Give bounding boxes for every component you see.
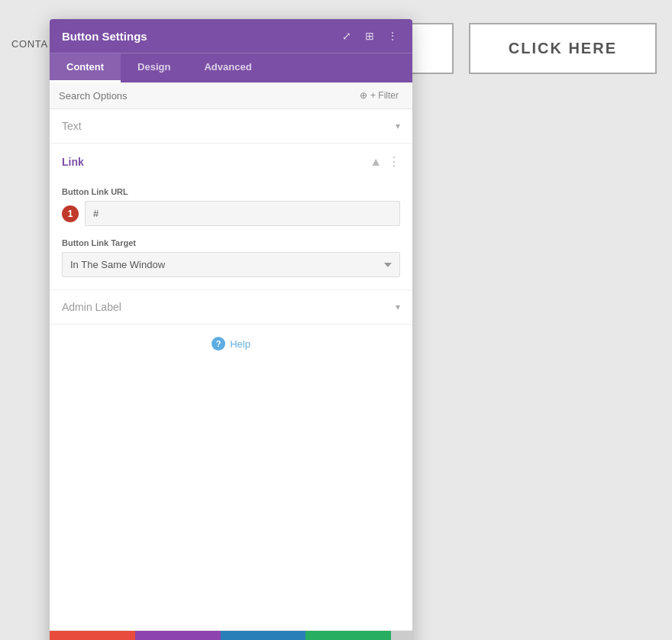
search-input[interactable] [59,90,349,102]
text-section-header[interactable]: Text ▾ [50,109,412,143]
button-settings-modal: Button Settings ⤢ ⊞ ⋮ Content Design Adv… [50,19,412,640]
text-section-title: Text [62,120,82,132]
filter-label: + Filter [370,90,399,101]
tab-advanced[interactable]: Advanced [187,53,268,82]
bg-button-2[interactable]: CLICK HERE [469,23,657,74]
admin-label-section-header[interactable]: Admin Label ▾ [50,290,412,324]
modal-header-icons: ⤢ ⊞ ⋮ [339,28,400,44]
url-field-label: Button Link URL [62,187,400,196]
tab-design[interactable]: Design [121,53,187,82]
more-icon[interactable]: ⋮ [385,28,400,44]
link-section-controls: ▲ ⋮ [370,154,400,169]
columns-icon[interactable]: ⊞ [362,28,377,44]
text-section-toggle-icon: ▾ [396,121,400,131]
admin-label-section-title: Admin Label [62,301,121,313]
admin-label-section: Admin Label ▾ [50,290,412,325]
cancel-button[interactable]: ✕ [50,631,135,640]
text-section: Text ▾ [50,109,412,144]
help-label[interactable]: Help [230,338,250,350]
undo-button[interactable]: ↺ [135,631,221,640]
link-section-title: Link [62,156,84,168]
modal-title: Button Settings [62,30,147,43]
url-input[interactable] [85,201,400,226]
tab-content[interactable]: Content [50,53,121,82]
search-bar: ⊕ + Filter [50,82,412,109]
link-section-header[interactable]: Link ▲ ⋮ [50,144,412,179]
help-icon: ? [212,337,225,351]
badge-number: 1 [62,205,79,222]
url-field-row: 1 [62,201,400,226]
link-section-more-icon[interactable]: ⋮ [388,154,400,169]
link-section-content: Button Link URL 1 Button Link Target In … [50,179,412,289]
link-section: Link ▲ ⋮ Button Link URL 1 Button Link T… [50,144,412,290]
modal-body: Text ▾ Link ▲ ⋮ Button Link URL 1 [50,109,412,363]
link-section-collapse-icon: ▲ [370,155,382,169]
modal-header: Button Settings ⤢ ⊞ ⋮ [50,19,412,53]
target-field-label: Button Link Target [62,238,400,247]
redo-button[interactable]: ↻ [221,631,306,640]
filter-button[interactable]: ⊕ + Filter [355,89,403,102]
target-select[interactable]: In The Same Window In A New Tab [62,252,400,277]
resize-icon[interactable]: ⤢ [339,28,354,44]
save-button[interactable]: ✓ [305,631,391,640]
filter-icon: ⊕ [360,90,367,101]
help-area: ? Help [50,325,412,363]
tab-bar: Content Design Advanced [50,53,412,82]
modal-footer: ✕ ↺ ↻ ✓ ◀ [50,630,412,640]
admin-label-toggle-icon: ▾ [396,302,400,312]
collapse-button[interactable]: ◀ [391,631,412,640]
